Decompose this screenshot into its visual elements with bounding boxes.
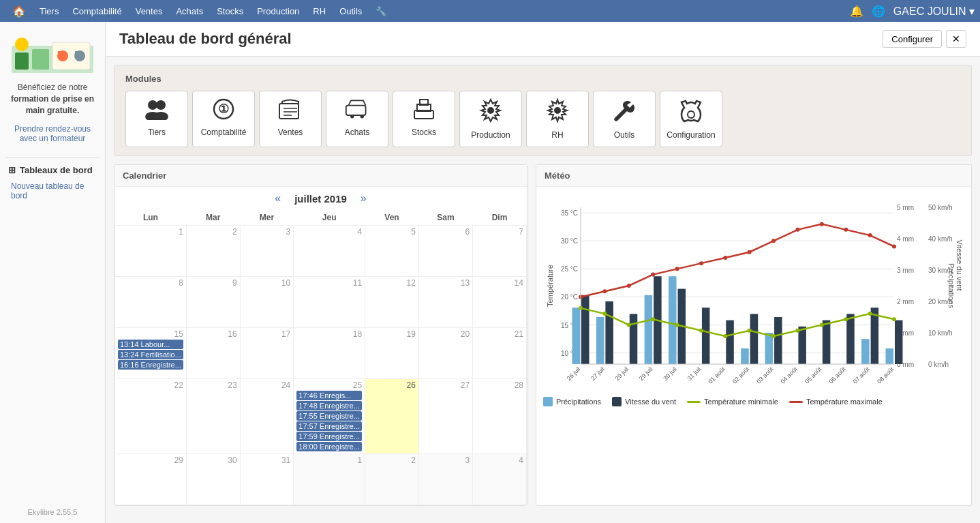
calendar-day-11[interactable]: 11	[294, 277, 365, 328]
calendar-day-15[interactable]: 15 13:14 Labour... 13:24 Fertilisatio...…	[115, 328, 187, 379]
promo-link[interactable]: Prendre rendez-vous avec un formateur	[5, 124, 99, 143]
event-enregis-6[interactable]: 17:59 Enregistre...	[296, 432, 362, 441]
svg-point-20	[350, 115, 354, 118]
svg-point-27	[688, 111, 694, 118]
table-row: 29 30 31 1 2 3 4	[115, 454, 527, 505]
module-outils[interactable]: Outils	[593, 91, 656, 147]
calendar-day-13[interactable]: 13	[418, 277, 472, 328]
module-configuration[interactable]: Configuration	[660, 91, 722, 147]
precipitation-color	[543, 397, 553, 406]
calendar-day-19[interactable]: 19	[365, 328, 419, 379]
module-achats[interactable]: Achats	[326, 91, 388, 147]
sidebar-divider	[5, 157, 99, 158]
calendar-day-5[interactable]: 5	[365, 226, 419, 277]
nav-stocks[interactable]: Stocks	[210, 0, 250, 22]
event-enregis-7[interactable]: 18:00 Enregistre...	[296, 442, 362, 451]
temp-max-label: Température maximale	[806, 398, 883, 406]
calendar-day-23[interactable]: 23	[186, 379, 240, 454]
calendar-day-1[interactable]: 1	[115, 226, 187, 277]
user-menu[interactable]: GAEC JOULIN ▾	[893, 5, 975, 18]
calendar-day-8[interactable]: 8	[115, 277, 187, 328]
nav-outils[interactable]: Outils	[333, 0, 369, 22]
calendar-day-aug1[interactable]: 1	[294, 454, 365, 505]
calendar-day-30[interactable]: 30	[186, 454, 240, 505]
sidebar-illustration	[5, 29, 99, 76]
tiers-icon	[144, 98, 169, 123]
calendar-day-4[interactable]: 4	[294, 226, 365, 277]
event-fertilisation[interactable]: 13:24 Fertilisatio...	[118, 350, 183, 359]
calendar-day-28[interactable]: 28	[473, 379, 527, 454]
calendar-day-16[interactable]: 16	[186, 328, 240, 379]
calendar-day-aug4[interactable]: 4	[473, 454, 527, 505]
svg-point-26	[554, 107, 561, 114]
event-enregis-3[interactable]: 17:48 Enregistre...	[296, 401, 362, 410]
ventes-icon	[278, 98, 303, 123]
svg-text:①: ①	[218, 102, 229, 116]
precipitation-label: Précipitations	[556, 398, 601, 406]
module-stocks[interactable]: Stocks	[393, 91, 455, 147]
calendar-day-21[interactable]: 21	[473, 328, 527, 379]
calendar-day-14[interactable]: 14	[473, 277, 527, 328]
wind-color	[612, 397, 622, 406]
calendar-day-25[interactable]: 25 17:46 Enregis... 17:48 Enregistre... …	[294, 379, 365, 454]
sidebar-dashboards-section[interactable]: ⊞ Tableaux de bord	[5, 162, 99, 179]
calendar-day-2[interactable]: 2	[186, 226, 240, 277]
calendar-day-7[interactable]: 7	[473, 226, 527, 277]
nav-ventes[interactable]: Ventes	[129, 0, 170, 22]
day-header-ven: Ven	[365, 210, 419, 226]
calendar-month: juillet 2019	[294, 193, 347, 205]
calendar-day-29[interactable]: 29	[115, 454, 187, 505]
calendar-day-31[interactable]: 31	[240, 454, 294, 505]
calendar-day-6[interactable]: 6	[418, 226, 472, 277]
calendar-day-12[interactable]: 12	[365, 277, 419, 328]
configure-button[interactable]: Configurer	[883, 30, 942, 48]
svg-rect-8	[75, 51, 79, 58]
weather-title: Météo	[536, 165, 971, 187]
legend-wind: Vitesse du vent	[612, 397, 676, 406]
temp-min-label: Température minimale	[704, 398, 778, 406]
close-button[interactable]: ✕	[946, 30, 966, 48]
calendar-day-9[interactable]: 9	[186, 277, 240, 328]
comptabilite-icon: ①	[211, 98, 236, 123]
temp-max-color	[789, 401, 803, 403]
calendar-day-10[interactable]: 10	[240, 277, 294, 328]
stocks-icon	[412, 98, 436, 123]
event-labour[interactable]: 13:14 Labour...	[118, 340, 183, 349]
calendar-day-3[interactable]: 3	[240, 226, 294, 277]
calendar-day-aug3[interactable]: 3	[418, 454, 472, 505]
event-enregis-5[interactable]: 17:57 Enregistre...	[296, 421, 362, 431]
calendar-day-26-today[interactable]: 26	[365, 379, 419, 454]
nav-achats[interactable]: Achats	[169, 0, 210, 22]
calendar-day-20[interactable]: 20	[418, 328, 472, 379]
calendar-day-27[interactable]: 27	[418, 379, 472, 454]
module-ventes[interactable]: Ventes	[259, 91, 322, 147]
notifications-icon[interactable]: 🔔	[850, 5, 863, 18]
globe-icon[interactable]: 🌐	[872, 5, 885, 18]
calendar-day-aug2[interactable]: 2	[365, 454, 419, 505]
module-comptabilite[interactable]: ① Comptabilité	[192, 91, 255, 147]
module-tiers[interactable]: Tiers	[125, 91, 188, 147]
calendar-prev[interactable]: «	[275, 192, 281, 205]
calendar-day-18[interactable]: 18	[294, 328, 365, 379]
calendar-next[interactable]: »	[361, 192, 367, 205]
module-production[interactable]: Production	[459, 91, 522, 147]
svg-point-3	[15, 38, 29, 51]
new-dashboard-link[interactable]: Nouveau tableau de bord	[5, 179, 99, 203]
home-nav-item[interactable]: 🏠	[5, 0, 33, 22]
nav-wrench[interactable]: 🔧	[369, 0, 393, 22]
event-enregistre-1[interactable]: 16:16 Enregistre...	[118, 360, 183, 370]
nav-rh[interactable]: RH	[306, 0, 333, 22]
calendar-day-17[interactable]: 17	[240, 328, 294, 379]
configuration-icon	[679, 98, 703, 126]
svg-point-21	[361, 115, 364, 118]
nav-production[interactable]: Production	[250, 0, 306, 22]
calendar-day-24[interactable]: 24	[240, 379, 294, 454]
module-rh[interactable]: RH	[526, 91, 589, 147]
nav-comptabilite[interactable]: Comptabilité	[65, 0, 128, 22]
event-enregis-4[interactable]: 17:55 Enregistre...	[296, 411, 362, 421]
event-enregis-2[interactable]: 17:46 Enregis...	[296, 391, 362, 400]
nav-tiers[interactable]: Tiers	[33, 0, 65, 22]
day-header-lun: Lun	[115, 210, 187, 226]
calendar-day-22[interactable]: 22	[115, 379, 187, 454]
modules-section: Modules Tiers ① Comptabilité	[114, 65, 972, 156]
